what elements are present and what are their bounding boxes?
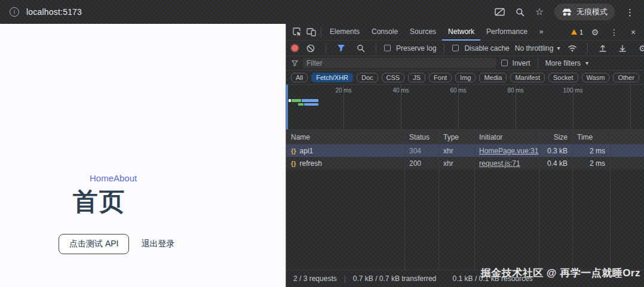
devtools-tab-actions: 1 ⚙ ⋮ × bbox=[571, 25, 640, 39]
export-har-icon[interactable] bbox=[615, 41, 630, 55]
more-filters-dropdown[interactable]: More filters bbox=[545, 59, 581, 67]
timeline-tick: 40 ms bbox=[382, 87, 420, 94]
chevron-down-icon: ▾ bbox=[557, 45, 560, 51]
json-braces-icon: {} bbox=[291, 160, 296, 167]
devtools-close-icon[interactable]: × bbox=[626, 25, 640, 39]
nav-link-home[interactable]: Home bbox=[90, 173, 114, 183]
divider bbox=[538, 58, 538, 68]
chip-other[interactable]: Other bbox=[613, 73, 639, 82]
initiator-link[interactable]: HomePage.vue:31 bbox=[479, 147, 538, 155]
chip-css[interactable]: CSS bbox=[382, 73, 405, 82]
column-divider[interactable] bbox=[539, 130, 539, 270]
network-filter-row: Invert More filters ▾ bbox=[286, 56, 644, 70]
gridline bbox=[630, 85, 631, 129]
chip-wasm[interactable]: Wasm bbox=[582, 73, 610, 82]
inspect-element-icon[interactable] bbox=[290, 25, 304, 39]
type-cell: xhr bbox=[438, 159, 474, 168]
preserve-log-checkbox[interactable] bbox=[384, 45, 391, 51]
requests-count: 2 / 3 requests bbox=[293, 274, 337, 283]
site-info-icon[interactable]: i bbox=[10, 7, 19, 17]
filter-options: Invert More filters ▾ bbox=[501, 58, 588, 68]
chip-doc[interactable]: Doc bbox=[357, 73, 378, 82]
bookmark-star-icon[interactable]: ☆ bbox=[535, 7, 544, 17]
column-divider[interactable] bbox=[474, 130, 475, 270]
col-initiator[interactable]: Initiator bbox=[474, 133, 539, 141]
devtools-settings-gear-icon[interactable]: ⚙ bbox=[588, 25, 602, 39]
waterfall-bar bbox=[304, 103, 318, 106]
network-settings-gear-icon[interactable]: ⚙ bbox=[635, 41, 644, 55]
browser-menu-icon[interactable]: ⋮ bbox=[625, 8, 634, 17]
size-cell: 0.3 kB bbox=[539, 147, 572, 155]
screenshot-root: i localhost:5173 ☆ bbox=[0, 0, 644, 287]
devtools-kebab-menu-icon[interactable]: ⋮ bbox=[607, 25, 621, 39]
media-router-icon[interactable] bbox=[495, 8, 505, 16]
incognito-icon bbox=[562, 8, 572, 16]
more-tabs-chevron[interactable]: » bbox=[533, 24, 550, 41]
web-page: HomeAbout 首页 点击测试 API 退出登录 bbox=[0, 24, 286, 287]
nav-link-about[interactable]: About bbox=[114, 173, 137, 183]
logout-button[interactable]: 退出登录 bbox=[135, 234, 180, 254]
incognito-badge: 无痕模式 bbox=[554, 4, 615, 20]
throttling-dropdown[interactable]: No throttling ▾ bbox=[515, 44, 560, 53]
col-time[interactable]: Time bbox=[572, 133, 610, 141]
initiator-cell: request.js:71 bbox=[474, 159, 539, 168]
waterfall-bar bbox=[292, 99, 301, 102]
type-cell: xhr bbox=[438, 147, 474, 155]
network-summary-bar: 2 / 3 requests | 0.7 kB / 0.7 kB transfe… bbox=[286, 270, 644, 287]
address-bar[interactable]: localhost:5173 bbox=[26, 7, 82, 17]
column-divider[interactable] bbox=[610, 130, 611, 270]
waterfall-bar bbox=[302, 99, 318, 102]
tab-console[interactable]: Console bbox=[366, 24, 404, 41]
test-api-button[interactable]: 点击测试 API bbox=[59, 234, 129, 254]
timeline-tick: 100 ms bbox=[554, 87, 592, 94]
overview-left-marker bbox=[286, 85, 288, 129]
search-tabs-icon[interactable] bbox=[516, 8, 525, 17]
col-name[interactable]: Name bbox=[286, 133, 404, 141]
divider bbox=[587, 44, 588, 53]
divider bbox=[444, 44, 444, 53]
chip-fetch-xhr[interactable]: Fetch/XHR bbox=[311, 73, 353, 82]
network-conditions-icon[interactable] bbox=[565, 41, 579, 55]
search-network-icon[interactable] bbox=[354, 41, 368, 55]
invert-label: Invert bbox=[513, 59, 530, 67]
device-toolbar-icon[interactable] bbox=[304, 25, 318, 39]
timeline-tick: 80 ms bbox=[496, 87, 535, 94]
request-row-refresh[interactable]: {} refresh 200 xhr request.js:71 0.4 kB … bbox=[286, 157, 644, 169]
column-divider[interactable] bbox=[572, 130, 573, 270]
chip-manifest[interactable]: Manifest bbox=[510, 73, 545, 82]
filter-input[interactable] bbox=[303, 58, 496, 68]
column-divider[interactable] bbox=[438, 130, 439, 270]
request-row-api1[interactable]: {} api1 304 xhr HomePage.vue:31 0.3 kB 2… bbox=[286, 144, 644, 157]
network-overview-timeline[interactable]: 20 ms 40 ms 60 ms 80 ms 100 ms bbox=[286, 85, 644, 130]
chip-socket[interactable]: Socket bbox=[548, 73, 578, 82]
col-type[interactable]: Type bbox=[438, 133, 474, 141]
error-warning-badge[interactable]: 1 bbox=[571, 29, 583, 36]
invert-checkbox[interactable] bbox=[501, 60, 508, 66]
request-type-chips: All Fetch/XHR Doc CSS JS Font Img Media … bbox=[286, 70, 644, 85]
devtools-panel: Elements Console Sources Network Perform… bbox=[286, 24, 644, 287]
browser-actions: ☆ 无痕模式 ⋮ bbox=[495, 4, 638, 20]
import-har-icon[interactable] bbox=[596, 41, 610, 55]
col-size[interactable]: Size bbox=[539, 133, 572, 141]
filter-funnel-icon[interactable] bbox=[334, 41, 348, 55]
record-network-log-button[interactable] bbox=[292, 45, 298, 51]
chip-media[interactable]: Media bbox=[479, 73, 507, 82]
tab-elements[interactable]: Elements bbox=[324, 24, 366, 41]
chip-js[interactable]: JS bbox=[408, 73, 425, 82]
tab-network[interactable]: Network bbox=[442, 24, 480, 41]
timeline-tick: 60 ms bbox=[439, 87, 477, 94]
tab-sources[interactable]: Sources bbox=[404, 24, 442, 41]
chip-font[interactable]: Font bbox=[429, 73, 452, 82]
time-cell: 2 ms bbox=[572, 159, 610, 168]
chip-all[interactable]: All bbox=[291, 73, 308, 82]
clear-network-log-icon[interactable] bbox=[303, 41, 318, 55]
resources-size: 0.1 kB / 0.1 kB resources bbox=[453, 274, 533, 283]
timeline-tick: 20 ms bbox=[324, 87, 363, 94]
chip-img[interactable]: Img bbox=[455, 73, 476, 82]
column-divider[interactable] bbox=[404, 130, 405, 270]
disable-cache-checkbox[interactable] bbox=[452, 45, 459, 51]
tab-performance[interactable]: Performance bbox=[480, 24, 533, 41]
page-title: 首页 bbox=[73, 185, 125, 218]
initiator-link[interactable]: request.js:71 bbox=[479, 159, 520, 168]
col-status[interactable]: Status bbox=[404, 133, 438, 141]
